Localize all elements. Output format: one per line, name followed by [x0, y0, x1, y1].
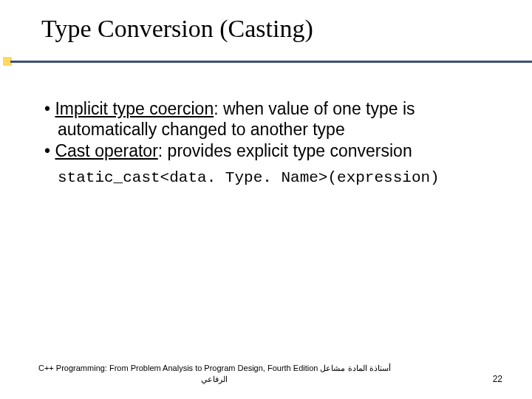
bullet-item: Cast operator: provides explicit type co…: [44, 141, 497, 162]
page-number: 22: [493, 374, 502, 384]
bullet-term: Implicit type coercion: [55, 99, 214, 118]
content-area: Implicit type coercion: when value of on…: [0, 64, 532, 186]
title-rule: [0, 59, 532, 64]
bullet-rest: : provides explicit type conversion: [158, 141, 412, 160]
bullet-term: Cast operator: [55, 141, 157, 160]
code-line: static_cast<data. Type. Name>(expression…: [58, 169, 497, 186]
footer: C++ Programming: From Problem Analysis t…: [0, 363, 532, 384]
bullet-item: Implicit type coercion: when value of on…: [44, 99, 497, 140]
slide-title: Type Conversion (Casting): [41, 15, 532, 43]
bullet-list: Implicit type coercion: when value of on…: [44, 99, 497, 162]
footer-line1: C++ Programming: From Problem Analysis t…: [38, 363, 391, 373]
horizontal-rule: [10, 61, 532, 63]
footer-credit: C++ Programming: From Problem Analysis t…: [38, 363, 391, 384]
footer-line2: الرفاعي: [38, 374, 391, 384]
